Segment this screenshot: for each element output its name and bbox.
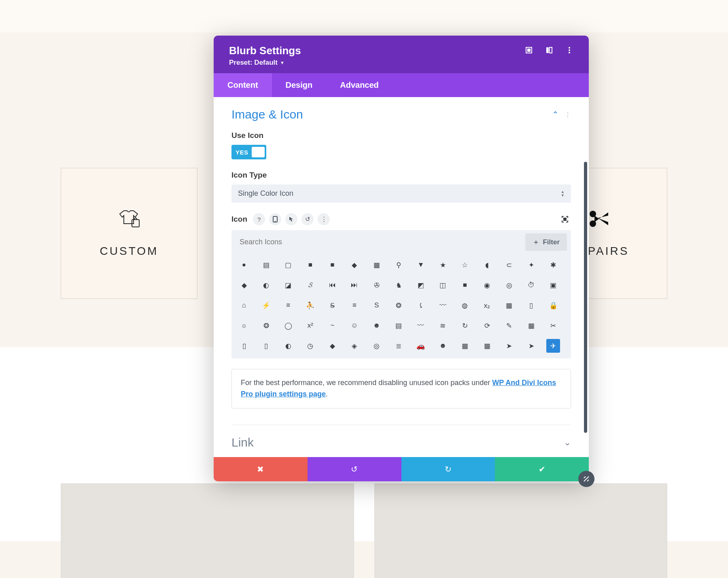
use-icon-toggle[interactable]: YES — [231, 145, 266, 159]
icon-option-tencent[interactable]: ✈ — [546, 339, 560, 353]
icon-option-studiov[interactable]: ⤹ — [414, 299, 428, 312]
icon-type-select[interactable]: Single Color Icon ▲▼ — [231, 184, 571, 203]
icon-option-horse[interactable]: ♞ — [392, 278, 405, 292]
icon-option-steam-sq[interactable]: ◪ — [281, 278, 295, 292]
icon-option-star-half[interactable]: ◖ — [480, 258, 494, 272]
icon-option-tape[interactable]: ◎ — [370, 339, 384, 353]
icon-option-surprise[interactable]: ☺ — [348, 319, 361, 332]
icon-option-suitcase[interactable]: ▯ — [524, 299, 538, 312]
more-icon[interactable]: ⋮ — [565, 111, 571, 119]
icon-option-squarespace[interactable]: ◆ — [348, 258, 361, 272]
icon-option-square2[interactable]: ■ — [325, 258, 339, 272]
cancel-button[interactable]: ✖ — [214, 457, 308, 481]
icon-option-supple[interactable]: ~ — [325, 319, 339, 332]
tab-advanced[interactable]: Advanced — [326, 73, 393, 97]
icon-option-steam[interactable]: ◐ — [259, 278, 273, 292]
icon-option-surprise-o[interactable]: ☻ — [370, 319, 384, 332]
icon-option-tags[interactable]: ◈ — [348, 339, 361, 353]
icon-option-subscript[interactable]: x₂ — [480, 299, 494, 312]
icon-option-star-o[interactable]: ☆ — [458, 258, 472, 272]
icon-option-stripe[interactable]: ≡ — [348, 299, 361, 312]
icon-option-step-fwd[interactable]: ⏭ — [348, 278, 361, 292]
icon-option-tag[interactable]: ◆ — [325, 339, 339, 353]
tab-content[interactable]: Content — [214, 73, 272, 97]
more-icon[interactable]: ⋮ — [318, 213, 330, 225]
icon-option-star-half-alt[interactable]: ✦ — [524, 258, 538, 272]
icon-option-subway[interactable]: ▦ — [502, 299, 516, 312]
icon-option-telegram[interactable]: ➤ — [502, 339, 516, 353]
mobile-icon[interactable] — [269, 213, 281, 225]
icon-option-stethoscope[interactable]: ✇ — [370, 278, 384, 292]
icon-option-stack[interactable]: ▦ — [370, 258, 384, 272]
icon-option-square[interactable]: ■ — [304, 258, 317, 272]
icon-option-sync[interactable]: ↻ — [458, 319, 472, 332]
icon-option-tasks[interactable]: ≣ — [392, 339, 405, 353]
icon-option-step-back[interactable]: ⏮ — [325, 278, 339, 292]
icon-option-spotify[interactable]: ● — [237, 258, 251, 272]
icon-option-note-o[interactable]: ◫ — [436, 278, 450, 292]
scrollbar-thumb[interactable] — [584, 162, 587, 433]
icon-option-strikethrough[interactable]: S̶ — [325, 299, 339, 312]
hover-icon[interactable] — [285, 213, 297, 225]
icon-option-asterisk[interactable]: ✱ — [546, 258, 560, 272]
icon-option-teeth[interactable]: ▦ — [458, 339, 472, 353]
filter-button[interactable]: ＋ Filter — [525, 233, 567, 251]
icon-option-star-half-o[interactable]: ⊂ — [502, 258, 516, 272]
icon-option-lock[interactable]: 🔒 — [546, 299, 560, 312]
more-icon[interactable] — [565, 46, 573, 54]
fullscreen-icon[interactable] — [559, 213, 571, 225]
icon-option-tach[interactable]: ◷ — [304, 339, 317, 353]
icon-option-steam-sym[interactable]: 𝓢 — [304, 278, 317, 292]
icon-option-street[interactable]: ⛹ — [304, 299, 317, 312]
icon-option-stopwatch[interactable]: ⏱ — [524, 278, 538, 292]
icon-option-teeth-open[interactable]: ▦ — [480, 339, 494, 353]
icon-option-pool[interactable]: ≋ — [436, 319, 450, 332]
icon-option-stop-circle-o[interactable]: ◎ — [502, 278, 516, 292]
chevron-up-icon[interactable]: ⌃ — [552, 110, 559, 119]
icon-option-stack-ex[interactable]: ⚲ — [392, 258, 405, 272]
redo-button[interactable]: ↻ — [401, 457, 495, 481]
section-link[interactable]: Link ⌄ — [231, 425, 571, 457]
icon-option-stamp[interactable]: ▼ — [414, 258, 428, 272]
icon-option-swimmer[interactable]: 〰 — [414, 319, 428, 332]
icon-option-square-o[interactable]: ▢ — [281, 258, 295, 272]
save-button[interactable]: ✔ — [495, 457, 589, 481]
search-input[interactable] — [231, 231, 521, 253]
icon-option-tablets[interactable]: ◐ — [281, 339, 295, 353]
section-header-image-icon[interactable]: Image & Icon ⌃ ⋮ — [231, 108, 571, 121]
bg-card-custom[interactable]: CUSTOM — [61, 168, 197, 299]
icon-option-tablet-alt[interactable]: ▯ — [259, 339, 273, 353]
icon-option-tablet[interactable]: ▯ — [237, 339, 251, 353]
icon-option-sync-alt[interactable]: ⟳ — [480, 319, 494, 332]
icon-option-superpowers[interactable]: ◯ — [281, 319, 295, 332]
icon-option-sun[interactable]: ☼ — [237, 319, 251, 332]
icon-option-stripe-s[interactable]: S — [370, 299, 384, 312]
icon-option-stop[interactable]: ■ — [458, 278, 472, 292]
icon-option-stream[interactable]: ≡ — [281, 299, 295, 312]
scrollbar[interactable] — [584, 162, 587, 453]
icon-option-table[interactable]: ▦ — [524, 319, 538, 332]
icon-option-swatch[interactable]: ▤ — [392, 319, 405, 332]
icon-option-stumble[interactable]: 〰 — [436, 299, 450, 312]
split-view-icon[interactable] — [545, 46, 553, 54]
icon-option-taxi[interactable]: 🚗 — [414, 339, 428, 353]
icon-option-syringe[interactable]: ✎ — [502, 319, 516, 332]
icon-option-stroopwafel[interactable]: ❂ — [392, 299, 405, 312]
icon-option-star[interactable]: ★ — [436, 258, 450, 272]
expand-icon[interactable] — [525, 46, 533, 54]
icon-option-stop-circle[interactable]: ◉ — [480, 278, 494, 292]
reset-icon[interactable]: ↺ — [301, 213, 314, 225]
icon-option-layers[interactable]: ◆ — [237, 278, 251, 292]
icon-option-storefront[interactable]: ⌂ — [237, 299, 251, 312]
preset-dropdown[interactable]: Preset: Default ▼ — [229, 59, 301, 67]
undo-button[interactable]: ↺ — [308, 457, 401, 481]
icon-option-spray[interactable]: ▤ — [259, 258, 273, 272]
icon-option-sun-o[interactable]: ❂ — [259, 319, 273, 332]
tab-design[interactable]: Design — [272, 73, 327, 97]
icon-option-teamspeak[interactable]: ☻ — [436, 339, 450, 353]
icon-option-tennis[interactable]: ✂ — [546, 319, 560, 332]
icon-option-strava[interactable]: ⚡ — [259, 299, 273, 312]
icon-option-superscript[interactable]: x² — [304, 319, 317, 332]
icon-option-note[interactable]: ◩ — [414, 278, 428, 292]
icon-option-globe-sub[interactable]: ◍ — [458, 299, 472, 312]
